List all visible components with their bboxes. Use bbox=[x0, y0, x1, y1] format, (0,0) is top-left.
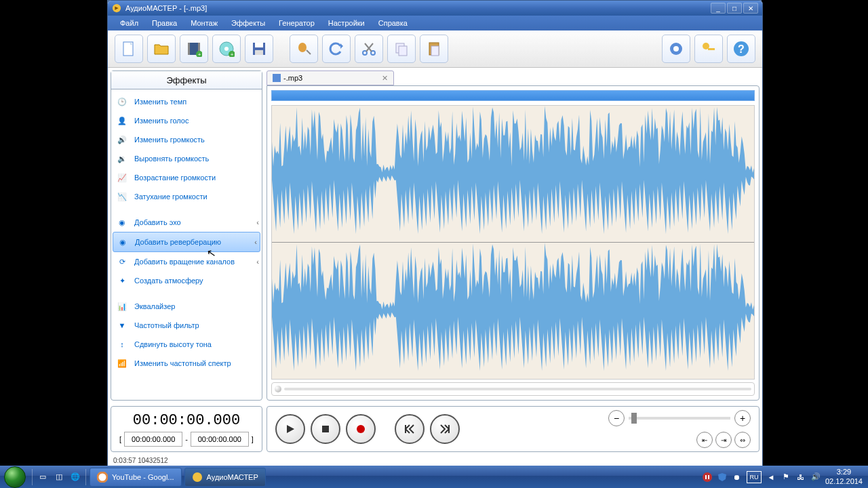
effect-item[interactable]: ▼Частотный фильтр bbox=[111, 316, 262, 335]
maximize-button[interactable]: □ bbox=[727, 3, 742, 14]
record-button[interactable] bbox=[290, 35, 318, 63]
waveform-container[interactable] bbox=[271, 105, 755, 380]
new-file-button[interactable] bbox=[115, 35, 143, 63]
rec-button[interactable] bbox=[346, 414, 376, 444]
taskbar-clock[interactable]: 3:29 02.12.2014 bbox=[825, 468, 863, 485]
tab-close-button[interactable]: ✕ bbox=[382, 74, 388, 83]
fit-button[interactable]: ⇔ bbox=[734, 432, 751, 448]
help-button[interactable]: ? bbox=[727, 35, 755, 63]
tabs-row: -.mp3 ✕ bbox=[267, 70, 760, 85]
ql-browser[interactable]: 🌐 bbox=[68, 470, 82, 484]
effect-item[interactable]: 🔉Выровнять громкость bbox=[111, 149, 262, 168]
effect-item[interactable]: 📊Эквалайзер bbox=[111, 297, 262, 316]
tray-media-icon[interactable] bbox=[702, 472, 713, 483]
selection-start-input[interactable] bbox=[124, 432, 182, 447]
effect-label: Возрастание громкости bbox=[134, 174, 216, 182]
menu-settings[interactable]: Настройки bbox=[321, 18, 372, 28]
effect-item[interactable]: ✦Создать атмосферу bbox=[111, 271, 262, 290]
cd-import-button[interactable]: + bbox=[212, 35, 241, 63]
start-button[interactable] bbox=[0, 466, 30, 488]
svg-rect-13 bbox=[255, 50, 263, 55]
effect-label: Изменить голос bbox=[134, 117, 189, 125]
effect-item[interactable]: ↕Сдвинуть высоту тона bbox=[111, 335, 262, 354]
undo-button[interactable] bbox=[322, 35, 351, 63]
video-extract-button[interactable]: + bbox=[180, 35, 208, 63]
position-slider[interactable] bbox=[271, 382, 755, 396]
goto-end-button[interactable]: ⇥ bbox=[715, 432, 732, 448]
main-panel: -.mp3 ✕ bbox=[267, 70, 760, 401]
taskbar: ▭ ◫ 🌐 YouTube - Googl... АудиоМАСТЕР ⏺ R… bbox=[0, 466, 868, 488]
effect-icon: 📶 bbox=[117, 358, 127, 369]
statusbar: 0:03:57 10432512 bbox=[108, 455, 762, 466]
effect-label: Добавить вращение каналов bbox=[134, 258, 235, 266]
tray-rec-icon[interactable]: ⏺ bbox=[732, 472, 743, 483]
time-panel: 00:00:00.000 [ - ] bbox=[111, 406, 262, 452]
effect-item[interactable]: 📶Изменить частотный спектр bbox=[111, 354, 262, 373]
copy-button[interactable] bbox=[387, 35, 416, 63]
undo-icon bbox=[328, 41, 344, 57]
stop-button[interactable] bbox=[311, 414, 340, 444]
taskbar-audiomaster[interactable]: АудиоМАСТЕР bbox=[184, 468, 266, 487]
systray: ⏺ RU ◄ ⚑ 🖧 🔊 3:29 02.12.2014 bbox=[696, 468, 868, 485]
goto-start-button[interactable]: ⇤ bbox=[696, 432, 713, 448]
waveform-area bbox=[267, 85, 760, 401]
effect-icon: 👤 bbox=[117, 115, 127, 126]
effect-label: Добавить реверберацию bbox=[135, 238, 221, 246]
ql-switch-windows[interactable]: ◫ bbox=[52, 470, 66, 484]
tray-lang-icon[interactable]: RU bbox=[747, 471, 762, 483]
effect-item[interactable]: 📈Возрастание громкости bbox=[111, 168, 262, 187]
paste-button[interactable] bbox=[420, 35, 448, 63]
svg-text:?: ? bbox=[738, 43, 745, 55]
prev-button[interactable] bbox=[395, 414, 425, 444]
zoom-out-button[interactable]: − bbox=[608, 410, 625, 426]
selection-end-input[interactable] bbox=[191, 432, 249, 447]
tray-shield-icon[interactable] bbox=[717, 472, 728, 483]
close-button[interactable]: ✕ bbox=[743, 3, 758, 14]
settings-button[interactable] bbox=[662, 35, 690, 63]
menu-edit[interactable]: Правка bbox=[145, 18, 184, 28]
zoom-control: − + bbox=[608, 410, 751, 426]
disc-icon: + bbox=[218, 41, 235, 57]
next-button[interactable] bbox=[430, 414, 460, 444]
ql-show-desktop[interactable]: ▭ bbox=[36, 470, 50, 484]
minimize-button[interactable]: _ bbox=[711, 3, 726, 14]
license-button[interactable] bbox=[694, 35, 723, 63]
wave-channel-right[interactable] bbox=[272, 242, 754, 379]
overview-bar[interactable] bbox=[271, 90, 755, 101]
zoom-slider[interactable] bbox=[629, 417, 730, 420]
svg-point-22 bbox=[673, 46, 679, 52]
effect-label: Выровнять громкость bbox=[134, 155, 209, 163]
zoom-in-button[interactable]: + bbox=[734, 410, 751, 426]
menu-file[interactable]: Файл bbox=[113, 18, 145, 28]
titlebar[interactable]: АудиоМАСТЕР - [-.mp3] _ □ ✕ bbox=[108, 1, 762, 16]
effect-label: Частотный фильтр bbox=[134, 321, 199, 329]
effect-item[interactable]: 🕒Изменить темп bbox=[111, 92, 262, 111]
position-knob[interactable] bbox=[275, 386, 281, 392]
save-button[interactable] bbox=[245, 35, 273, 63]
wave-channel-left[interactable] bbox=[272, 106, 754, 242]
file-tab[interactable]: -.mp3 ✕ bbox=[267, 70, 394, 85]
effect-icon: 🕒 bbox=[117, 96, 127, 107]
effect-label: Изменить громкость bbox=[134, 136, 205, 144]
tray-network-icon[interactable]: 🖧 bbox=[795, 472, 806, 483]
effect-item[interactable]: ◉Добавить реверберацию‹ bbox=[113, 232, 260, 252]
tray-volume-icon[interactable]: 🔊 bbox=[810, 472, 821, 483]
menu-help[interactable]: Справка bbox=[372, 18, 414, 28]
open-file-button[interactable] bbox=[147, 35, 176, 63]
menu-generator[interactable]: Генератор bbox=[272, 18, 321, 28]
tab-label: -.mp3 bbox=[283, 74, 302, 82]
effect-item[interactable]: 📉Затухание громкости bbox=[111, 187, 262, 206]
effect-item[interactable]: ◉Добавить эхо‹ bbox=[111, 213, 262, 232]
menu-effects[interactable]: Эффекты bbox=[224, 18, 272, 28]
chevron-icon: ‹ bbox=[256, 258, 259, 266]
menu-montage[interactable]: Монтаж bbox=[184, 18, 224, 28]
effect-item[interactable]: 🔊Изменить громкость bbox=[111, 130, 262, 149]
effects-list: 🕒Изменить темп👤Изменить голос🔊Изменить г… bbox=[111, 89, 262, 400]
play-button[interactable] bbox=[275, 414, 305, 444]
tray-expand-icon[interactable]: ◄ bbox=[766, 472, 776, 483]
effect-item[interactable]: ⟳Добавить вращение каналов‹ bbox=[111, 252, 262, 271]
tray-action-icon[interactable]: ⚑ bbox=[781, 472, 791, 483]
effect-item[interactable]: 👤Изменить голос bbox=[111, 111, 262, 130]
cut-button[interactable] bbox=[355, 35, 383, 63]
taskbar-chrome[interactable]: YouTube - Googl... bbox=[90, 468, 182, 487]
